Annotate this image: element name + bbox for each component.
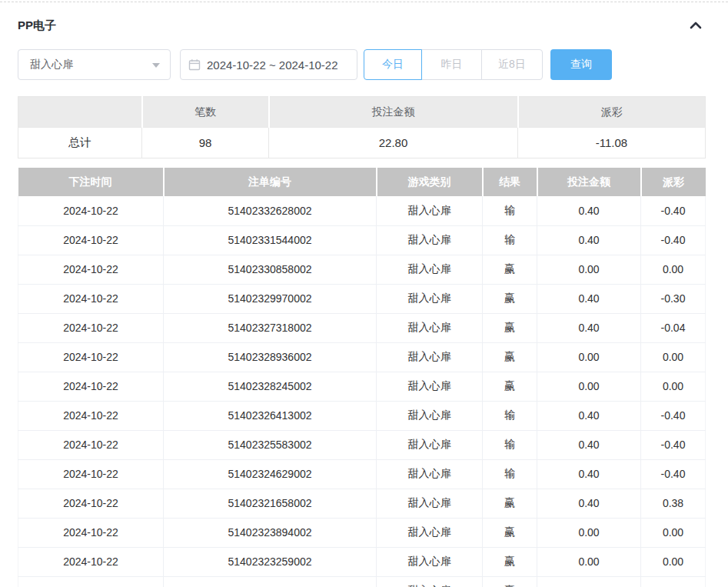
cell-game: 甜入心扉: [377, 547, 483, 576]
top-dashed-divider: [0, 2, 728, 2]
cell-payout: 0.00: [641, 547, 706, 576]
cell-result: 赢: [483, 518, 537, 547]
summary-header-cell: 派彩: [518, 97, 706, 128]
cell-result: 赢: [483, 313, 537, 342]
cell-amount: 0.00: [537, 255, 641, 284]
table-row: 2024-10-2251402328245002甜入心扉赢0.000.00: [18, 372, 706, 401]
cell-result: 输: [483, 196, 537, 225]
cell-order_no: 51402328245002: [164, 372, 377, 401]
summary-total-value: 22.80: [269, 128, 518, 158]
cell-order_no: 51402321658002: [164, 489, 377, 518]
table-row: 2024-10-2251402330858002甜入心扉赢0.000.00: [18, 255, 706, 284]
table-row: 2024-10-2251402323894002甜入心扉赢0.000.00: [18, 518, 706, 547]
filter-bar: 甜入心扉 2024-10-22 ~ 2024-10-22 今日 昨日 近8日 查…: [18, 49, 612, 80]
last-8-days-button[interactable]: 近8日: [481, 49, 543, 80]
cell-amount: 0.40: [537, 313, 641, 342]
cell-game: 甜入心扉: [377, 401, 483, 430]
cell-payout: -0.40: [641, 430, 706, 459]
cell-date: 2024-10-22: [18, 459, 164, 489]
table-row: 2024-10-2251402326413002甜入心扉输0.40-0.40: [18, 401, 706, 430]
cell-result: 赢: [483, 342, 537, 372]
cell-date: 2024-10-22: [18, 196, 164, 225]
cell-date: 2024-10-22: [18, 489, 164, 518]
cell-order_no: 51402329970002: [164, 284, 377, 313]
table-row: 2024-10-2251402324629002甜入心扉输0.40-0.40: [18, 459, 706, 489]
cell-amount: 0.40: [537, 196, 641, 225]
game-select-value: 甜入心扉: [30, 58, 73, 72]
cell-date: 2024-10-22: [18, 255, 164, 284]
bets-header-cell: 下注时间: [18, 168, 164, 196]
cell-order_no: 51402332628002: [164, 196, 377, 225]
cell-payout: -0.40: [641, 196, 706, 225]
cell-payout: -0.40: [641, 225, 706, 255]
summary-total-label: 总计: [18, 128, 142, 158]
chevron-up-icon: [688, 18, 703, 33]
cell-payout: 0.00: [641, 372, 706, 401]
table-row: 2024-10-2251402331544002甜入心扉输0.40-0.40: [18, 225, 706, 255]
cell-payout: -0.30: [641, 284, 706, 313]
cell-game: 甜入心扉: [377, 284, 483, 313]
cell-amount: 0.40: [537, 401, 641, 430]
table-row: 2024-10-2251402332628002甜入心扉输0.40-0.40: [18, 196, 706, 225]
bets-table-body: 2024-10-2251402332628002甜入心扉输0.40-0.4020…: [18, 196, 706, 587]
bets-header-cell: 派彩: [641, 168, 706, 196]
cell-game: 甜入心扉: [377, 255, 483, 284]
quick-range-button-group: 今日 昨日 近8日: [364, 49, 543, 80]
game-select[interactable]: 甜入心扉: [18, 49, 171, 80]
cell-payout: 0.38: [641, 489, 706, 518]
cell-result: 赢: [483, 547, 537, 576]
cell-date: 2024-10-22: [18, 225, 164, 255]
cell-date: 2024-10-22: [18, 342, 164, 372]
calendar-icon: [188, 58, 201, 71]
table-row: 2024-10-2251402323259002甜入心扉赢0.000.00: [18, 547, 706, 576]
cell-amount: 0.00: [537, 342, 641, 372]
cell-game: 甜入心扉: [377, 459, 483, 489]
date-range-input[interactable]: 2024-10-22 ~ 2024-10-22: [180, 49, 357, 80]
cell-amount: 0.00: [537, 547, 641, 576]
cell-amount: 0.40: [537, 430, 641, 459]
cell-result: 赢: [483, 255, 537, 284]
cell-amount: 0.40: [537, 459, 641, 489]
cell-order_no: 51402327318002: [164, 313, 377, 342]
cell-result: 赢: [483, 284, 537, 313]
cell-date: 2024-10-22: [18, 284, 164, 313]
cell-result: 输: [483, 225, 537, 255]
cell-result: 赢: [483, 576, 537, 587]
cell-order_no: 51402325583002: [164, 430, 377, 459]
cell-order_no: [164, 576, 377, 587]
table-row: 2024-10-2251402327318002甜入心扉赢0.40-0.04: [18, 313, 706, 342]
summary-header-cell: [18, 97, 142, 128]
cell-date: 2024-10-22: [18, 313, 164, 342]
cell-order_no: 51402330858002: [164, 255, 377, 284]
cell-payout: [641, 576, 706, 587]
table-row: 2024-10-2251402328936002甜入心扉赢0.000.00: [18, 342, 706, 372]
summary-header-row: 笔数投注金额派彩: [18, 97, 706, 128]
cell-date: 2024-10-22: [18, 518, 164, 547]
cell-result: 赢: [483, 372, 537, 401]
bets-header-cell: 投注金额: [537, 168, 641, 196]
cell-date: 2024-10-22: [18, 372, 164, 401]
query-button[interactable]: 查询: [550, 49, 612, 80]
bets-header-cell: 注单编号: [164, 168, 377, 196]
cell-amount: 0.40: [537, 284, 641, 313]
summary-header-cell: 笔数: [142, 97, 269, 128]
summary-table: 笔数投注金额派彩 总计9822.80-11.08: [18, 96, 706, 158]
bets-header-cell: 游戏类别: [377, 168, 483, 196]
cell-game: 甜入心扉: [377, 372, 483, 401]
cell-payout: 0.00: [641, 342, 706, 372]
table-row: 2024-10-2251402325583002甜入心扉输0.40-0.40: [18, 430, 706, 459]
cell-amount: [537, 576, 641, 587]
cell-date: 2024-10-22: [18, 430, 164, 459]
caret-down-icon: [152, 63, 160, 68]
page-title: PP电子: [18, 18, 56, 33]
cell-payout: 0.00: [641, 255, 706, 284]
panel-header: PP电子: [18, 15, 705, 35]
cell-order_no: 51402323894002: [164, 518, 377, 547]
bets-header-row: 下注时间注单编号游戏类别结果投注金额派彩: [18, 168, 706, 196]
cell-amount: 0.40: [537, 225, 641, 255]
yesterday-button[interactable]: 昨日: [421, 49, 482, 80]
today-button[interactable]: 今日: [364, 49, 422, 80]
cell-amount: 0.40: [537, 489, 641, 518]
collapse-button[interactable]: [686, 16, 705, 35]
cell-date: 2024-10-22: [18, 547, 164, 576]
